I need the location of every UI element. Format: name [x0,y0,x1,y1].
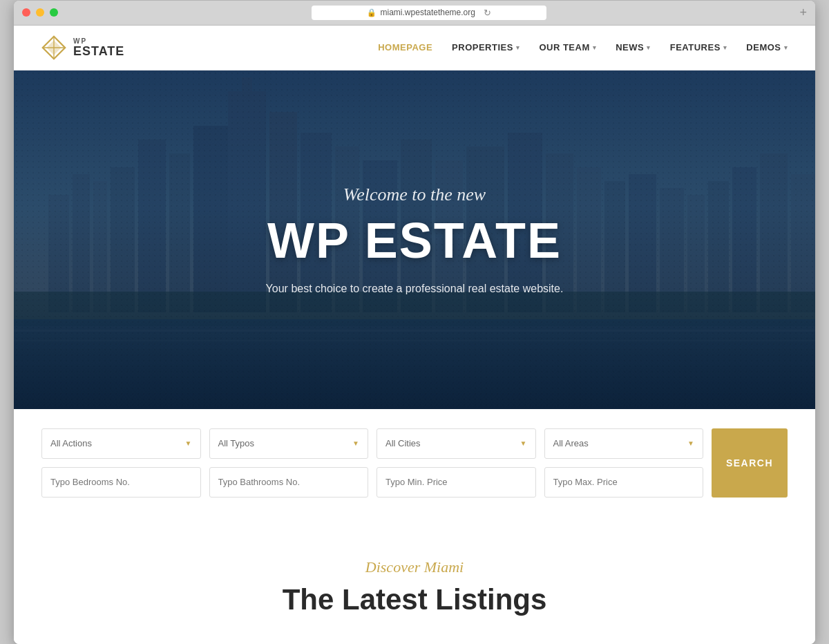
navbar: WP ESTATE HOMEPAGE PROPERTIES ▾ OUR TEAM… [14,26,815,70]
dropdown-types-label: All Typos [218,438,255,448]
hero-title: WP ESTATE [14,212,815,269]
search-section: All Actions ▼ All Typos ▼ All Cities ▼ A… [14,409,815,517]
dropdown-types[interactable]: All Typos ▼ [209,428,369,459]
nav-item-features[interactable]: FEATURES ▾ [670,42,727,53]
website-content: WP ESTATE HOMEPAGE PROPERTIES ▾ OUR TEAM… [14,26,815,644]
dropdown-areas[interactable]: All Areas ▼ [544,428,704,459]
chevron-down-icon: ▾ [516,44,520,51]
bedrooms-input[interactable] [41,467,201,498]
nav-item-homepage[interactable]: HOMEPAGE [378,42,432,53]
search-button[interactable]: SEARCH [712,428,788,498]
chevron-down-icon: ▼ [185,439,192,447]
hero-content: Welcome to the new WP ESTATE Your best c… [14,184,815,295]
chevron-down-icon: ▾ [723,44,727,51]
bathrooms-input[interactable] [209,467,369,498]
logo-text: WP ESTATE [73,38,124,57]
search-form: All Actions ▼ All Typos ▼ All Cities ▼ A… [41,428,788,498]
nav-link-news[interactable]: NEWS ▾ [616,42,651,53]
chevron-down-icon: ▾ [784,44,788,51]
search-button-wrapper: SEARCH [712,428,788,498]
browser-minimize-btn[interactable] [36,8,44,17]
refresh-icon[interactable]: ↻ [484,8,491,18]
dropdown-areas-label: All Areas [553,438,589,448]
discover-subtitle: Discover Miami [41,558,788,576]
logo[interactable]: WP ESTATE [41,35,124,60]
nav-link-our-team[interactable]: OUR TEAM ▾ [539,42,596,53]
dropdown-cities[interactable]: All Cities ▼ [377,428,536,459]
browser-window: 🔒 miami.wpestatetheme.org ↻ + WP ESTATE [14,1,815,644]
nav-item-demos[interactable]: DEMOS ▾ [746,42,788,53]
browser-maximize-btn[interactable] [50,8,58,17]
nav-link-features[interactable]: FEATURES ▾ [670,42,727,53]
max-price-input[interactable] [544,467,704,498]
chevron-down-icon: ▾ [593,44,597,51]
nav-item-properties[interactable]: PROPERTIES ▾ [452,42,520,53]
logo-diamond-icon [41,35,66,60]
dropdown-cities-label: All Cities [385,438,421,448]
url-text: miami.wpestatetheme.org [381,8,475,17]
discover-title: The Latest Listings [41,583,788,616]
nav-link-demos[interactable]: DEMOS ▾ [746,42,788,53]
hero-description: Your best choice to create a professiona… [14,283,815,295]
discover-section: Discover Miami The Latest Listings [14,517,815,644]
lock-icon: 🔒 [367,8,377,17]
new-tab-button[interactable]: + [799,6,807,19]
dropdown-actions-label: All Actions [50,438,92,448]
dropdown-actions[interactable]: All Actions ▼ [41,428,201,459]
chevron-down-icon: ▼ [352,439,359,447]
hero-subtitle: Welcome to the new [14,184,815,205]
nav-link-properties[interactable]: PROPERTIES ▾ [452,42,520,53]
logo-wp: WP [73,38,124,45]
min-price-input[interactable] [377,467,536,498]
browser-close-btn[interactable] [22,8,30,17]
chevron-down-icon: ▼ [520,439,527,447]
browser-url-bar[interactable]: 🔒 miami.wpestatetheme.org ↻ [312,6,546,20]
chevron-down-icon: ▾ [647,44,651,51]
browser-titlebar: 🔒 miami.wpestatetheme.org ↻ + [14,1,815,26]
chevron-down-icon: ▼ [687,439,694,447]
nav-menu: HOMEPAGE PROPERTIES ▾ OUR TEAM ▾ NEWS ▾ … [378,42,788,53]
nav-item-our-team[interactable]: OUR TEAM ▾ [539,42,596,53]
browser-addressbar: 🔒 miami.wpestatetheme.org ↻ [64,6,794,20]
nav-link-homepage[interactable]: HOMEPAGE [378,42,432,53]
logo-estate: ESTATE [73,45,124,57]
nav-item-news[interactable]: NEWS ▾ [616,42,651,53]
hero-section: Welcome to the new WP ESTATE Your best c… [14,70,815,409]
